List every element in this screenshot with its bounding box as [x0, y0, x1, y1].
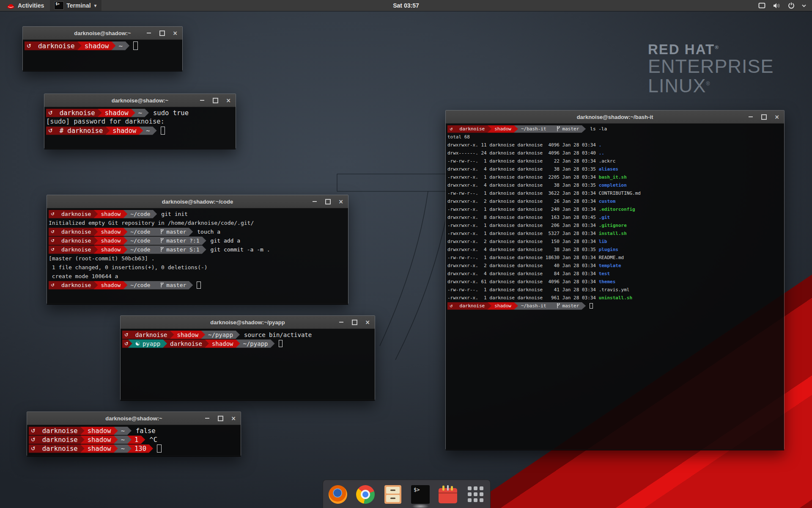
minimize-button[interactable] [199, 97, 205, 103]
maximize-button[interactable] [217, 415, 223, 421]
terminal-line: ↺darknoiseshadow~/pyappsource bin/activa… [122, 330, 373, 339]
file-name: README.md [599, 255, 624, 260]
dock-files[interactable] [383, 484, 403, 505]
minimize-button[interactable] [338, 319, 344, 325]
minimize-button[interactable] [312, 199, 318, 204]
python-venv-icon: ☯ [135, 340, 140, 347]
titlebar[interactable]: darknoise@shadow:~/pyapp × [121, 316, 375, 329]
maximize-button[interactable] [212, 97, 218, 103]
file-name: uninstall.sh [599, 295, 632, 301]
close-button[interactable]: × [338, 199, 344, 204]
close-button[interactable]: × [225, 97, 231, 103]
prompt-segment: shadow [93, 246, 127, 254]
window-title: darknoise@shadow:~ [74, 30, 131, 36]
terminal-line: create mode 100644 a [49, 272, 346, 281]
close-button[interactable]: × [172, 30, 178, 36]
desktop: RED HAT® ENTERPRISE LINUX® Activities $>… [0, 0, 812, 508]
minimize-button[interactable] [204, 415, 210, 421]
prompt-segment: shadow [93, 281, 127, 290]
terminal-content[interactable]: ↺darknoiseshadow~false↺darknoiseshadow~1… [27, 425, 241, 457]
clock[interactable]: Sat 03:57 [393, 2, 419, 9]
titlebar[interactable]: darknoise@shadow:~ × [27, 412, 241, 425]
prompt-segment: shadow [170, 331, 205, 339]
file-name: themes [599, 279, 616, 284]
brand-line-enterprise: ENTERPRISE [648, 57, 774, 76]
prompt-segment: ~/bash-it [514, 125, 553, 133]
terminal-window-sudo: darknoise@shadow:~ × ↺darknoiseshadow~su… [44, 94, 236, 149]
file-name: .travis.yml [599, 287, 630, 293]
prompt-segment: ~/code [123, 281, 157, 290]
terminal-line: drwxrwxr-x. 2 darknoise darknoise 26 Jan… [447, 197, 782, 205]
dock-toolbox[interactable] [438, 484, 458, 505]
terminal-cursor [157, 444, 162, 453]
terminal-line: drwxrwxr-x. 8 darknoise darknoise 163 Ja… [447, 213, 782, 221]
maximize-button[interactable] [159, 30, 165, 36]
terminal-content[interactable]: ↺darknoiseshadow~/bash-itmasterls -latot… [446, 124, 784, 450]
maximize-button[interactable] [351, 319, 357, 325]
terminal-content[interactable]: ↺darknoiseshadow~/pyappsource bin/activa… [121, 329, 375, 401]
dock-terminal[interactable]: $> [410, 484, 431, 505]
terminal-line: ↺darknoiseshadow~/bash-itmaster [447, 302, 782, 310]
prompt-segment: darknoise [54, 228, 98, 236]
terminal-line: ↺darknoiseshadow~130 [29, 444, 239, 453]
display-icon[interactable] [758, 3, 765, 8]
minimize-button[interactable] [146, 30, 152, 36]
prompt-segment: shadow [487, 302, 518, 310]
terminal-content[interactable]: ↺darknoiseshadow~ [23, 40, 182, 72]
terminal-cursor [161, 127, 165, 135]
terminal-line: [sudo] password for darknoise: [46, 117, 234, 126]
terminal-line: -rw-rw-r--. 1 darknoise darknoise 18630 … [447, 254, 782, 262]
file-name: .gitignore [599, 223, 627, 228]
terminal-line: -rwxrwxr-x. 1 darknoise darknoise 961 Ja… [447, 294, 782, 302]
terminal-line: ↺darknoiseshadow~sudo true [46, 108, 234, 117]
file-name: custom [599, 199, 616, 204]
prompt-segment: master S:1 [153, 246, 206, 254]
prompt-segment: shadow [98, 109, 135, 117]
titlebar[interactable]: darknoise@shadow:~/code × [47, 195, 348, 208]
terminal-cursor [590, 303, 593, 309]
close-button[interactable]: × [774, 114, 780, 120]
close-button[interactable]: × [230, 415, 236, 421]
minimize-button[interactable] [748, 114, 754, 120]
prompt-segment: ~/code [123, 246, 157, 254]
prompt-segment: ~/pyapp [236, 340, 275, 348]
app-menu-terminal[interactable]: $> Terminal ▼ [50, 0, 102, 11]
terminal-line: drwxrwxr-x. 2 darknoise darknoise 40 Jan… [447, 262, 782, 270]
file-name: aliases [599, 166, 618, 172]
prompt-segment: shadow [487, 125, 518, 133]
terminal-line: drwxrwxr-x. 4 darknoise darknoise 38 Jan… [447, 165, 782, 173]
prompt-segment: darknoise [35, 436, 85, 444]
dock-app-grid[interactable] [465, 484, 486, 505]
prompt-segment: master [549, 125, 586, 133]
dock-firefox[interactable] [328, 484, 348, 505]
maximize-button[interactable] [761, 114, 767, 120]
terminal-line: ↺darknoiseshadow~false [29, 426, 239, 435]
command-text: git add a [211, 237, 240, 244]
terminal-window-code: darknoise@shadow:~/code × ↺darknoiseshad… [47, 195, 348, 304]
dock-chrome[interactable] [355, 484, 376, 505]
volume-icon[interactable] [773, 3, 781, 9]
chevron-down-icon: ▼ [93, 3, 98, 8]
terminal-line: drwxrwxr-x. 4 darknoise darknoise 38 Jan… [447, 246, 782, 254]
git-branch-icon [160, 238, 164, 243]
maximize-button[interactable] [325, 199, 331, 204]
clock-area: Sat 03:57 [0, 2, 812, 9]
terminal-line: drwxrwxr-x. 4 darknoise darknoise 84 Jan… [447, 270, 782, 278]
git-branch-icon [160, 229, 164, 235]
terminal-line: ↺darknoiseshadow~/codemaster ?:1git add … [49, 236, 346, 245]
window-title: darknoise@shadow:~/code [162, 199, 233, 205]
terminal-content[interactable]: ↺darknoiseshadow~/codegit initInitialize… [47, 208, 348, 305]
terminal-line: -rwxrwxr-x. 1 darknoise darknoise 240 Ja… [447, 205, 782, 213]
activities-button[interactable]: Activities [3, 0, 47, 11]
terminal-content[interactable]: ↺darknoiseshadow~sudo true[sudo] passwor… [44, 107, 236, 149]
power-icon[interactable] [788, 2, 795, 9]
window-title: darknoise@shadow:~/bash-it [577, 114, 653, 120]
terminal-line: 1 file changed, 0 insertions(+), 0 delet… [49, 263, 346, 272]
file-name: completion [599, 182, 627, 188]
close-button[interactable]: × [365, 319, 370, 325]
command-text: git commit -a -m . [211, 246, 270, 253]
titlebar[interactable]: darknoise@shadow:~ × [44, 94, 236, 107]
titlebar[interactable]: darknoise@shadow:~ × [23, 27, 182, 40]
titlebar[interactable]: darknoise@shadow:~/bash-it × [446, 110, 784, 124]
chevron-down-icon[interactable] [802, 4, 806, 7]
